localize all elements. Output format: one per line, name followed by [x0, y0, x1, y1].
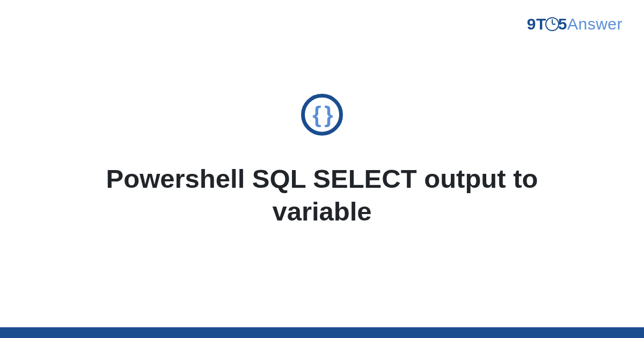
logo-t: T: [536, 15, 546, 33]
logo-nine: 9: [527, 15, 536, 33]
logo-five: 5: [558, 15, 567, 33]
clock-icon: [545, 17, 559, 31]
logo-answer: Answer: [567, 15, 623, 33]
code-braces-icon: { }: [301, 94, 343, 136]
main-content: { } Powershell SQL SELECT output to vari…: [0, 94, 644, 229]
braces-glyph: { }: [312, 104, 331, 126]
page-title: Powershell SQL SELECT output to variable: [54, 163, 590, 229]
footer-bar: [0, 327, 644, 338]
site-logo: 9T5Answer: [527, 15, 623, 33]
